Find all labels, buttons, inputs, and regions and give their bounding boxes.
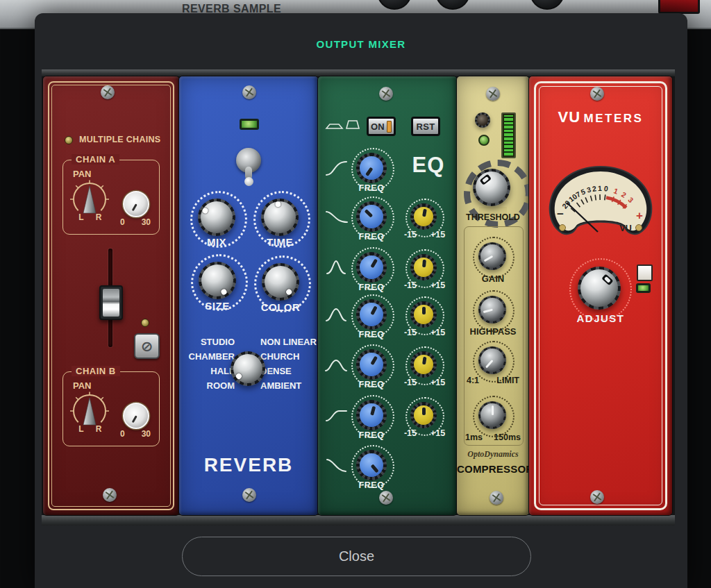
size-knob[interactable] bbox=[199, 262, 236, 299]
mute-button[interactable]: ⊘ bbox=[134, 333, 160, 359]
comp-gain-knob[interactable] bbox=[478, 242, 506, 270]
gain5-knob[interactable] bbox=[410, 351, 437, 378]
freq7-knob[interactable] bbox=[356, 450, 387, 480]
color-knob-label: COLOR bbox=[253, 301, 308, 313]
gain3-knob[interactable] bbox=[410, 254, 437, 280]
comp-module-title: COMPRESSOR bbox=[457, 463, 529, 475]
vu-minus-label: − bbox=[557, 208, 564, 221]
hpf-knob[interactable] bbox=[377, 0, 412, 10]
freq1-knob[interactable] bbox=[356, 153, 387, 183]
chain-a-group: CHAIN A PAN L R bbox=[62, 160, 160, 235]
screw-icon bbox=[490, 491, 503, 505]
comp-time-knob[interactable] bbox=[478, 401, 506, 429]
screw-icon bbox=[242, 488, 256, 502]
gain4-min: -15 bbox=[392, 328, 417, 337]
eq-reset-button[interactable]: RST bbox=[411, 117, 440, 136]
chain-b-legend: CHAIN B bbox=[72, 366, 120, 376]
mode-studio: STUDIO bbox=[179, 337, 235, 347]
comp-brand: OptoDynamics bbox=[457, 449, 529, 460]
mixer-rack: MULTIPLE CHAINS CHAIN A PAN L R bbox=[42, 69, 675, 526]
gain-reduction-meter bbox=[501, 112, 516, 158]
rack-rail-bottom bbox=[42, 515, 675, 526]
knob-face bbox=[476, 171, 508, 203]
gain3-max: +15 bbox=[430, 280, 455, 290]
vu-green-led bbox=[636, 283, 651, 293]
freq3-label: FREQ bbox=[344, 283, 399, 292]
screw-icon bbox=[242, 85, 256, 99]
eq-on-indicator bbox=[387, 121, 392, 133]
freq3-knob[interactable] bbox=[356, 252, 387, 283]
trim-pointer bbox=[131, 203, 137, 211]
lpf-knob[interactable] bbox=[435, 0, 470, 10]
freq6-knob[interactable] bbox=[356, 400, 387, 430]
comp-ratio-row: 4:1 LIMIT bbox=[467, 376, 519, 385]
pan-left-label: L bbox=[78, 212, 83, 222]
compressor-module: THRESHOLD GAIN HIGHPASS 4:1 bbox=[457, 76, 529, 515]
chain-a-pan-knob[interactable]: L R bbox=[67, 180, 112, 223]
chain-a-pan-label: PAN bbox=[73, 169, 91, 179]
trim-min-label: 0 bbox=[120, 429, 125, 439]
rack-rail-top bbox=[42, 69, 675, 76]
size-knob-label: SIZE bbox=[190, 300, 245, 312]
eq-reset-label: RST bbox=[417, 121, 435, 132]
comp-ratio-label: 4:1 bbox=[467, 376, 479, 385]
chains-module: MULTIPLE CHAINS CHAIN A PAN L R bbox=[43, 76, 179, 515]
threshold-knob[interactable] bbox=[473, 169, 510, 206]
gain2-min: -15 bbox=[392, 230, 417, 240]
chain-b-group: CHAIN B PAN L R 0 30 bbox=[62, 371, 160, 446]
eq-on-button[interactable]: ON bbox=[367, 117, 396, 136]
meter-screw-right bbox=[636, 225, 642, 231]
reverb-mode-knob[interactable] bbox=[231, 351, 265, 386]
mode-church: CHURCH bbox=[260, 351, 320, 362]
comp-time-row: 1ms 150ms bbox=[465, 432, 521, 442]
adjust-knob[interactable] bbox=[578, 267, 621, 310]
chain-a-trim-knob[interactable] bbox=[123, 191, 149, 217]
mix-knob[interactable] bbox=[198, 199, 235, 236]
knob-face bbox=[201, 264, 233, 296]
gain5-max: +15 bbox=[430, 378, 455, 387]
chain-a-legend: CHAIN A bbox=[72, 154, 119, 165]
narrow-bell-curve-icon bbox=[325, 259, 349, 276]
close-button[interactable]: Close bbox=[182, 537, 531, 576]
gain2-knob[interactable] bbox=[410, 203, 437, 230]
freq7-label: FREQ bbox=[344, 480, 399, 490]
wide-bell-curve-icon bbox=[325, 356, 349, 373]
power-button[interactable] bbox=[658, 0, 700, 14]
screw-icon bbox=[379, 491, 393, 505]
chain-fader-handle[interactable] bbox=[99, 285, 123, 320]
color-knob[interactable] bbox=[262, 263, 299, 301]
mode-hall: HALL bbox=[179, 366, 235, 376]
vu-title-rest: METERS bbox=[584, 112, 644, 125]
freq4-knob[interactable] bbox=[356, 299, 387, 330]
freq5-knob[interactable] bbox=[356, 349, 387, 380]
meter-segments bbox=[504, 115, 513, 156]
gain4-max: +15 bbox=[430, 328, 455, 337]
freq2-label: FREQ bbox=[344, 232, 399, 242]
comp-active-led bbox=[478, 135, 490, 146]
gain6-knob[interactable] bbox=[410, 402, 437, 428]
comp-highpass-knob[interactable] bbox=[478, 296, 506, 324]
mute-led bbox=[141, 319, 149, 327]
comp-ratio-knob[interactable] bbox=[478, 346, 506, 374]
time-knob-label: TIME bbox=[252, 236, 308, 248]
screw-icon bbox=[101, 85, 115, 99]
chain-b-trim-scale: 0 30 bbox=[120, 429, 151, 439]
comp-limit-label: LIMIT bbox=[496, 376, 519, 385]
pan-right-label: R bbox=[96, 424, 102, 434]
chain-b-trim-knob[interactable] bbox=[123, 403, 149, 429]
trim-max-label: 30 bbox=[142, 217, 151, 227]
multiple-chains-label: MULTIPLE CHAINS bbox=[79, 135, 160, 144]
knob-face bbox=[201, 201, 233, 233]
gain4-knob[interactable] bbox=[410, 301, 437, 328]
pan-pointer-cone bbox=[83, 186, 96, 213]
freq2-knob[interactable] bbox=[356, 201, 387, 232]
time-knob[interactable] bbox=[261, 199, 299, 236]
comp-mode-button[interactable] bbox=[475, 112, 490, 128]
highpass-curve-icon bbox=[325, 160, 349, 177]
trim-max-label: 30 bbox=[142, 429, 151, 439]
mode-dense: DENSE bbox=[260, 366, 320, 376]
vu-title-strong: VU bbox=[558, 108, 581, 126]
wet-knob[interactable] bbox=[530, 0, 564, 10]
chain-b-pan-knob[interactable]: L R bbox=[67, 392, 112, 435]
vu-white-button[interactable] bbox=[637, 264, 653, 281]
